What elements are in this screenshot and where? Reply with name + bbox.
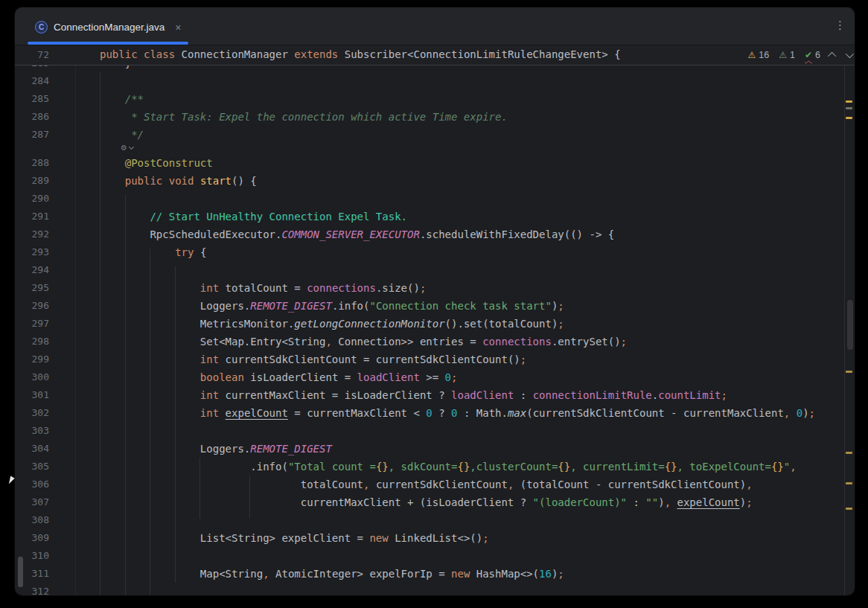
code-line[interactable]: 291 // Start UnHealthy Connection Expel …: [15, 208, 844, 225]
line-number[interactable]: 301: [15, 386, 49, 404]
error-stripe-mark[interactable]: [846, 452, 852, 454]
code-line[interactable]: 297 MetricsMonitor.getLongConnectionMoni…: [15, 315, 844, 333]
code-token: Map<String: [100, 568, 263, 580]
code-line[interactable]: 285 /**: [15, 90, 844, 108]
code-token: ,: [263, 568, 269, 580]
line-number[interactable]: 306: [15, 476, 49, 493]
code-line[interactable]: 311 Map<String, AtomicInteger> expelForI…: [15, 565, 844, 583]
code-line[interactable]: 288 @PostConstruct: [15, 154, 844, 172]
code-line[interactable]: 304 Loggers.REMOTE_DIGEST: [15, 440, 844, 458]
code-line-text: try {: [100, 243, 206, 261]
inspections-widget[interactable]: ⚠ 16 ⚠ 1 ✔ 6: [748, 45, 852, 65]
error-stripe-mark[interactable]: [846, 107, 852, 109]
code-line[interactable]: 309 List<String> expelClient = new Linke…: [15, 529, 844, 547]
line-number[interactable]: 309: [15, 529, 49, 547]
error-stripe[interactable]: [844, 45, 845, 595]
code-line[interactable]: 305 .info("Total count ={}, sdkCount={},…: [15, 458, 844, 476]
line-number[interactable]: 288: [15, 154, 49, 172]
line-number[interactable]: 290: [15, 190, 49, 208]
code-line[interactable]: 299 int currentSdkClientCount = currentS…: [15, 351, 844, 368]
code-token: totalCount =: [219, 282, 307, 294]
line-number[interactable]: 307: [15, 493, 49, 511]
code-line[interactable]: 293 try {: [15, 243, 844, 261]
close-icon[interactable]: ×: [175, 22, 181, 33]
tab-connectionmanager-java[interactable]: C ConnectionManager.java ×: [28, 13, 189, 42]
sticky-header-line[interactable]: 72 public class ConnectionManager extend…: [15, 45, 855, 65]
code-line[interactable]: 310: [15, 547, 844, 565]
more-options-icon[interactable]: ⋮: [835, 19, 846, 31]
chevron-up-icon[interactable]: [828, 51, 836, 60]
code-line-text: Loggers.REMOTE_DIGEST: [100, 440, 332, 458]
code-line[interactable]: 308: [15, 511, 844, 529]
active-tab-indicator: [28, 42, 188, 45]
code-line[interactable]: 290: [15, 190, 844, 208]
code-line[interactable]: 284: [15, 72, 844, 90]
line-number[interactable]: 308: [15, 511, 49, 529]
line-number[interactable]: 293: [15, 243, 49, 261]
code-line[interactable]: 301 int currentMaxClient = isLoaderClien…: [15, 386, 844, 404]
line-number[interactable]: 284: [15, 72, 49, 90]
weak-warnings-count-item[interactable]: ⚠ 1: [779, 50, 795, 60]
line-number[interactable]: 297: [15, 315, 49, 333]
line-number[interactable]: 287: [15, 126, 49, 144]
code-token: ;: [482, 532, 488, 544]
code-token: connectionLimitRule: [533, 389, 652, 401]
error-stripe-mark[interactable]: [846, 508, 852, 510]
line-number[interactable]: 292: [15, 225, 49, 243]
line-number[interactable]: 285: [15, 90, 49, 108]
line-number[interactable]: 289: [15, 172, 49, 190]
line-number[interactable]: 305: [15, 458, 49, 476]
code-token: RpcScheduledExecutor.: [100, 228, 281, 240]
line-number[interactable]: 300: [15, 368, 49, 386]
code-line[interactable]: 303: [15, 422, 844, 440]
java-class-icon: C: [35, 21, 48, 33]
code-line[interactable]: 292 RpcScheduledExecutor.COMMON_SERVER_E…: [15, 225, 844, 243]
resolved-count-item[interactable]: ✔ 6: [805, 50, 820, 60]
code-line[interactable]: 287 */: [15, 126, 844, 144]
code-token: (currentSdkClientCount - currentMaxClien…: [526, 407, 784, 419]
code-line[interactable]: 298 Set<Map.Entry<String, Connection>> e…: [15, 333, 844, 351]
error-stripe-mark[interactable]: [846, 482, 852, 484]
code-token: >=: [420, 371, 445, 383]
code-token: ,clusterCount=: [470, 461, 558, 473]
warnings-count-item[interactable]: ⚠ 16: [748, 50, 770, 60]
error-stripe-mark[interactable]: [846, 371, 852, 373]
code-line[interactable]: 312: [15, 583, 844, 595]
line-number[interactable]: 304: [15, 440, 49, 458]
error-stripe-mark[interactable]: [846, 117, 852, 119]
code-token: [100, 282, 200, 294]
code-token: loadClient: [357, 371, 420, 383]
line-number[interactable]: 299: [15, 351, 49, 368]
code-token: [100, 211, 150, 223]
line-number[interactable]: 302: [15, 404, 49, 422]
line-number[interactable]: 296: [15, 297, 49, 315]
code-editor[interactable]: 283 }284285 /**286 * Start Task: Expel t…: [15, 54, 844, 595]
error-stripe-mark[interactable]: [846, 100, 852, 103]
code-token: currentMaxClient + (isLoaderClient ?: [100, 496, 533, 508]
inlay-hint-row: ⚙: [15, 144, 844, 154]
code-line[interactable]: 289 public void start() {: [15, 172, 844, 190]
code-line[interactable]: 302 int expelCount = currentMaxClient < …: [15, 404, 844, 422]
scrollbar-thumb[interactable]: [847, 300, 853, 350]
code-line[interactable]: 296 Loggers.REMOTE_DIGEST.info("Connecti…: [15, 297, 844, 315]
code-line-text: currentMaxClient + (isLoaderClient ? "(l…: [100, 493, 753, 511]
chevron-down-icon[interactable]: [846, 49, 854, 57]
line-number[interactable]: 295: [15, 279, 49, 297]
line-number[interactable]: 286: [15, 108, 49, 126]
code-token: [100, 371, 200, 383]
line-number[interactable]: 294: [15, 261, 49, 279]
line-number[interactable]: 291: [15, 208, 49, 225]
code-line[interactable]: 300 boolean isLoaderClient = loadClient …: [15, 368, 844, 386]
code-line[interactable]: 286 * Start Task: Expel the connection w…: [15, 108, 844, 126]
code-line[interactable]: 294: [15, 261, 844, 279]
code-line[interactable]: 306 totalCount, currentSdkClientCount, (…: [15, 476, 844, 493]
code-token: LinkedList<>(): [389, 532, 482, 544]
code-line[interactable]: 295 int totalCount = connections.size();: [15, 279, 844, 297]
line-number[interactable]: 303: [15, 422, 49, 440]
code-token: ConnectionManager: [182, 48, 295, 60]
tool-window-stripe-handle[interactable]: [18, 557, 23, 587]
code-line[interactable]: 307 currentMaxClient + (isLoaderClient ?…: [15, 493, 844, 511]
intention-gear-icon[interactable]: ⚙: [121, 143, 133, 153]
code-token: extends: [294, 48, 344, 60]
line-number[interactable]: 298: [15, 333, 49, 351]
